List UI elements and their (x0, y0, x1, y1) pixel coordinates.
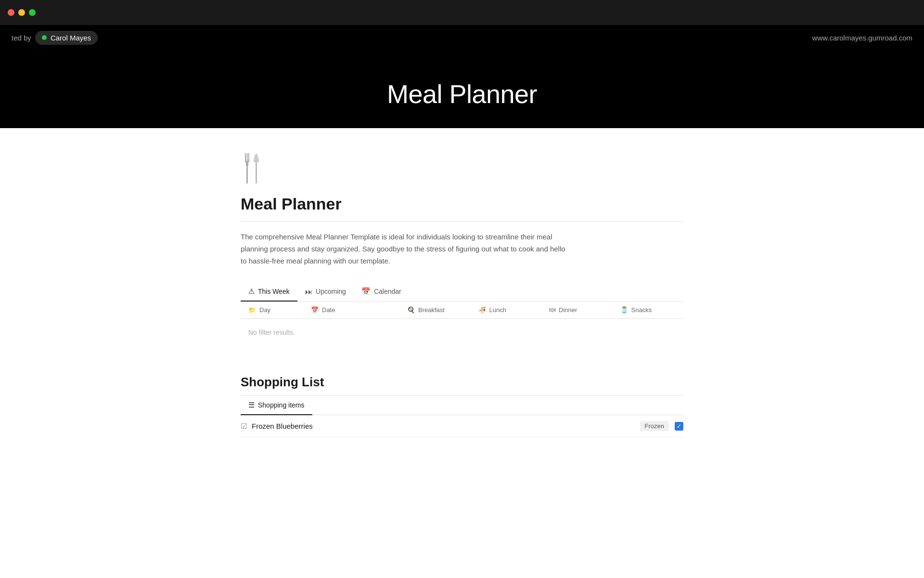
fork-knife-svg (241, 151, 265, 185)
col-day-icon: 📁 (248, 306, 256, 314)
minimize-button[interactable] (18, 9, 25, 16)
icon-area (241, 128, 683, 195)
table-header: 📁 Day 📅 Date 🍳 Breakfast 🍜 Lunch 🍽 Dinne… (241, 302, 683, 319)
upcoming-icon: ⏭ (305, 288, 312, 296)
topbar-url: www.carolmayes.gumroad.com (812, 34, 912, 42)
topbar: ted by Carol Mayes www.carolmayes.gumroa… (0, 25, 924, 50)
svg-rect-2 (247, 153, 248, 162)
col-day: 📁 Day (241, 302, 303, 318)
hero-title: Meal Planner (0, 79, 924, 109)
content-area: Meal Planner The comprehensive Meal Plan… (125, 128, 799, 466)
svg-rect-6 (256, 167, 257, 184)
col-day-label: Day (259, 306, 270, 314)
tab-this-week-label: This Week (258, 288, 290, 295)
tab-calendar-label: Calendar (374, 288, 401, 295)
col-snacks: 🫙 Snacks (613, 302, 684, 318)
svg-rect-5 (246, 162, 248, 167)
svg-rect-7 (256, 162, 257, 168)
col-breakfast-label: Breakfast (418, 306, 445, 314)
tab-shopping-items-label: Shopping items (258, 401, 305, 409)
user-badge[interactable]: Carol Mayes (35, 31, 98, 45)
col-dinner-icon: 🍽 (549, 306, 555, 314)
tab-calendar[interactable]: 📅 Calendar (354, 282, 409, 302)
item-name: Frozen Blueberries (252, 422, 640, 430)
tab-upcoming-label: Upcoming (316, 288, 346, 295)
col-breakfast: 🍳 Breakfast (399, 302, 471, 318)
list-item-icon: ☑ (241, 422, 247, 431)
titlebar (0, 0, 924, 25)
col-lunch-label: Lunch (489, 306, 506, 314)
item-checkbox[interactable] (675, 422, 683, 431)
title-divider (241, 221, 683, 222)
no-results-message: No filter results. (241, 319, 683, 346)
col-snacks-icon: 🫙 (620, 306, 628, 314)
traffic-lights (8, 9, 36, 16)
col-snacks-label: Snacks (631, 306, 652, 314)
utensil-icon (241, 151, 265, 185)
tab-shopping-items[interactable]: ☰ Shopping items (241, 396, 312, 415)
col-date-icon: 📅 (311, 306, 319, 314)
page-title: Meal Planner (241, 195, 683, 213)
shopping-items-icon: ☰ (248, 401, 255, 409)
close-button[interactable] (8, 9, 14, 16)
hero-section: Meal Planner (0, 50, 924, 128)
col-lunch-icon: 🍜 (478, 306, 486, 314)
page-description: The comprehensive Meal Planner Template … (241, 231, 568, 267)
tab-upcoming[interactable]: ⏭ Upcoming (297, 282, 354, 302)
item-tag: Frozen (640, 421, 669, 431)
col-date-label: Date (322, 306, 335, 314)
col-lunch: 🍜 Lunch (471, 302, 542, 318)
content-inner: Meal Planner The comprehensive Meal Plan… (125, 128, 799, 437)
shopping-section-title: Shopping List (241, 375, 683, 390)
user-name: Carol Mayes (51, 34, 91, 42)
list-item: ☑ Frozen Blueberries Frozen (241, 415, 683, 437)
meal-tabs: ⚠ This Week ⏭ Upcoming 📅 Calendar (241, 282, 683, 302)
fullscreen-button[interactable] (29, 9, 36, 16)
col-date: 📅 Date (303, 302, 399, 318)
col-dinner: 🍽 Dinner (541, 302, 613, 318)
col-breakfast-icon: 🍳 (407, 306, 415, 314)
svg-rect-1 (245, 153, 246, 162)
col-dinner-label: Dinner (559, 306, 577, 314)
calendar-icon: 📅 (361, 287, 371, 296)
user-status-dot (42, 35, 47, 40)
svg-rect-3 (248, 153, 249, 162)
this-week-icon: ⚠ (248, 287, 255, 296)
tab-this-week[interactable]: ⚠ This Week (241, 282, 297, 302)
svg-rect-0 (246, 167, 248, 184)
shopping-tabs: ☰ Shopping items (241, 396, 683, 415)
topbar-label: ted by (12, 34, 31, 42)
